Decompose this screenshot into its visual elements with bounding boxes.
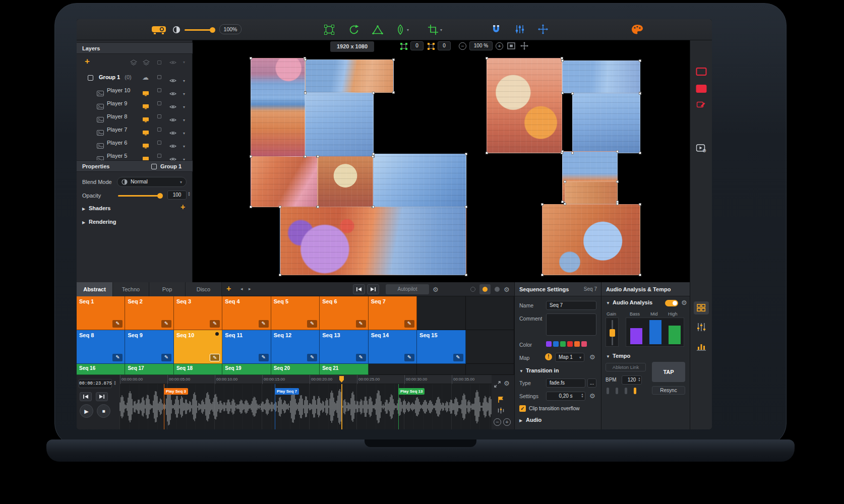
sequence-cell[interactable]: Seq 9✎ — [125, 330, 173, 364]
sequence-cell[interactable]: Seq 14✎ — [369, 330, 417, 364]
gain-fader-knob[interactable] — [610, 329, 615, 337]
sequence-cell[interactable]: Seq 18 — [174, 364, 222, 375]
opacity-spinner[interactable]: ▲▼ — [187, 192, 191, 196]
tab-abstract[interactable]: Abstract — [77, 282, 113, 296]
rendering-collapse-icon[interactable]: ▶ — [82, 220, 85, 225]
sequence-cell[interactable]: Seq 7✎ — [369, 296, 417, 330]
mapped-surface[interactable] — [305, 59, 394, 93]
pen-tool-icon[interactable] — [395, 24, 405, 36]
sequence-cell[interactable]: Seq 15✎ — [417, 330, 465, 364]
marker-play-seq-13[interactable]: Play Seq 13 — [398, 388, 425, 395]
edit-sequence-icon[interactable]: ✎ — [210, 354, 220, 361]
edit-sequence-icon[interactable]: ✎ — [307, 354, 317, 361]
mapping-canvas[interactable]: 1920 x 1080 0 0 − 100 % + — [193, 40, 690, 282]
layer-solo-toggle[interactable] — [157, 88, 161, 92]
timeline-gear-icon[interactable]: ⚙ — [504, 380, 510, 387]
move-layer-up-icon[interactable] — [130, 59, 137, 67]
edit-sequence-icon[interactable]: ✎ — [112, 354, 123, 361]
analysis-collapse-icon[interactable]: ▼ — [606, 301, 610, 305]
mapped-surface[interactable] — [318, 156, 373, 207]
play-button[interactable]: ▶ — [80, 404, 93, 418]
zoom-value[interactable]: 100 % — [469, 41, 493, 50]
add-shader-button[interactable]: + — [180, 203, 185, 212]
layer-row[interactable]: Player 7 ▾ — [77, 123, 193, 136]
edit-sequence-icon[interactable]: ✎ — [210, 320, 220, 328]
fit-view-icon[interactable] — [507, 42, 515, 50]
mapped-surface[interactable] — [572, 93, 640, 153]
stop-button[interactable]: ■ — [97, 404, 110, 418]
crop-tool-icon[interactable] — [428, 24, 439, 36]
layer-solo-toggle[interactable] — [157, 114, 161, 118]
mapped-surface[interactable] — [373, 154, 466, 207]
transition-collapse-icon[interactable]: ▼ — [519, 369, 523, 373]
edit-sequence-icon[interactable]: ✎ — [161, 354, 171, 361]
color-swatch[interactable] — [567, 341, 573, 347]
autopilot-gear-icon[interactable]: ⚙ — [433, 286, 439, 293]
sequence-cell[interactable]: Seq 11✎ — [222, 330, 271, 364]
add-cue-flag-icon[interactable] — [498, 396, 504, 404]
skip-start-button[interactable] — [353, 284, 365, 294]
audio-levels-icon[interactable] — [497, 407, 505, 415]
analysis-view-icon[interactable] — [697, 343, 706, 352]
edit-sequence-icon[interactable]: ✎ — [259, 320, 269, 328]
sequence-cell-active[interactable]: Seq 10✎ — [174, 330, 222, 364]
layer-row[interactable]: Player 5 ▾ — [77, 149, 193, 160]
layer-row[interactable]: Player 9 ▾ — [77, 97, 193, 110]
empty-cell[interactable] — [466, 364, 514, 375]
resync-button[interactable]: Resync — [652, 386, 685, 395]
mapped-surface[interactable] — [280, 207, 466, 275]
output-filled-icon[interactable] — [696, 85, 706, 93]
opacity-value[interactable]: 100 — [167, 191, 187, 200]
playhead-line[interactable] — [341, 384, 342, 429]
layer-row[interactable]: Player 6 ▾ — [77, 136, 193, 149]
audio-analysis-label[interactable]: Audio Analysis — [613, 299, 652, 305]
color-swatch[interactable] — [553, 341, 559, 347]
duration-spinner[interactable]: ▲▼ — [580, 393, 584, 398]
brightness-value[interactable]: 100% — [219, 24, 242, 34]
timeline-skip-start-button[interactable] — [80, 392, 92, 401]
rendering-label[interactable]: Rendering — [89, 219, 116, 225]
solo-all-toggle[interactable] — [157, 60, 161, 65]
shaders-collapse-icon[interactable]: ▶ — [82, 207, 85, 211]
waveform-area[interactable]: Play Seq 3 Play Seq 7 Play Seq 13 — [119, 384, 492, 429]
group-checkbox[interactable] — [88, 75, 93, 81]
edit-sequence-icon[interactable]: ✎ — [161, 320, 171, 328]
sequence-cell[interactable]: Seq 20 — [271, 364, 320, 375]
edit-sequence-icon[interactable]: ✎ — [356, 320, 366, 328]
edit-sequence-icon[interactable]: ✎ — [453, 354, 463, 361]
pos-x-value[interactable]: 0 — [410, 41, 424, 50]
edit-sequence-icon[interactable]: ✎ — [404, 320, 414, 328]
sequence-cell[interactable]: Seq 3✎ — [174, 296, 222, 330]
mapped-surface[interactable] — [305, 93, 374, 157]
sequence-cell[interactable]: Seq 2✎ — [125, 296, 173, 330]
edit-sequence-icon[interactable]: ✎ — [259, 354, 269, 361]
map-gear-icon[interactable]: ⚙ — [589, 353, 595, 361]
audio-analysis-toggle[interactable] — [665, 300, 678, 306]
tempo-label[interactable]: Tempo — [613, 353, 630, 359]
layer-solo-toggle[interactable] — [157, 141, 161, 145]
color-swatch[interactable] — [546, 341, 552, 347]
tab-techno[interactable]: Techno — [113, 282, 149, 296]
marker-play-seq-7[interactable]: Play Seq 7 — [275, 388, 299, 395]
ableton-link-button[interactable]: Ableton Link — [606, 363, 646, 371]
brightness-slider[interactable] — [185, 29, 213, 31]
sequence-cell[interactable]: Seq 8✎ — [77, 330, 125, 364]
layer-row[interactable]: Player 10 ▾ — [77, 84, 193, 97]
mapped-surface[interactable] — [562, 60, 640, 93]
edit-output-icon[interactable] — [696, 101, 706, 110]
output-outline-icon[interactable] — [696, 68, 706, 76]
add-layer-button[interactable]: + — [85, 56, 90, 67]
empty-cell[interactable] — [417, 296, 465, 330]
crop-tool-dropdown-icon[interactable]: ▾ — [440, 28, 442, 32]
overflow-label[interactable]: Clip transition overflow — [529, 406, 580, 411]
triangle-tool-icon[interactable] — [372, 25, 383, 36]
transition-gear-icon[interactable]: ⚙ — [589, 392, 595, 400]
gain-fader-track[interactable] — [606, 318, 619, 347]
edit-sequence-icon[interactable]: ✎ — [112, 320, 123, 328]
sequence-cell[interactable]: Seq 17 — [125, 364, 173, 375]
time-spinner[interactable]: ▲▼ — [113, 381, 117, 385]
audio-collapse-icon[interactable]: ▶ — [519, 418, 522, 423]
mapped-surface[interactable] — [487, 58, 562, 153]
mapped-surface[interactable] — [251, 58, 305, 157]
properties-group-checkbox[interactable] — [151, 164, 157, 169]
